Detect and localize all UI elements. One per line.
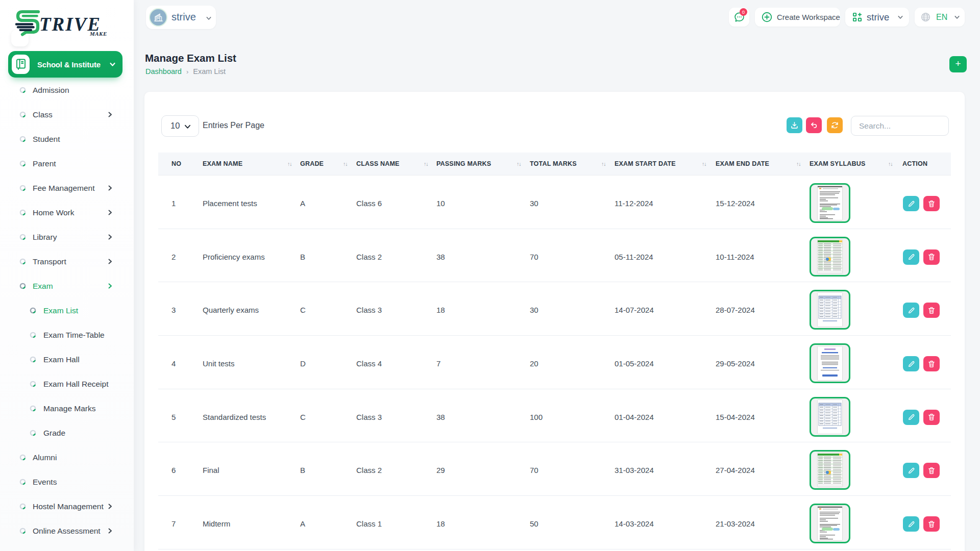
- svg-text:MAKE: MAKE: [89, 31, 107, 37]
